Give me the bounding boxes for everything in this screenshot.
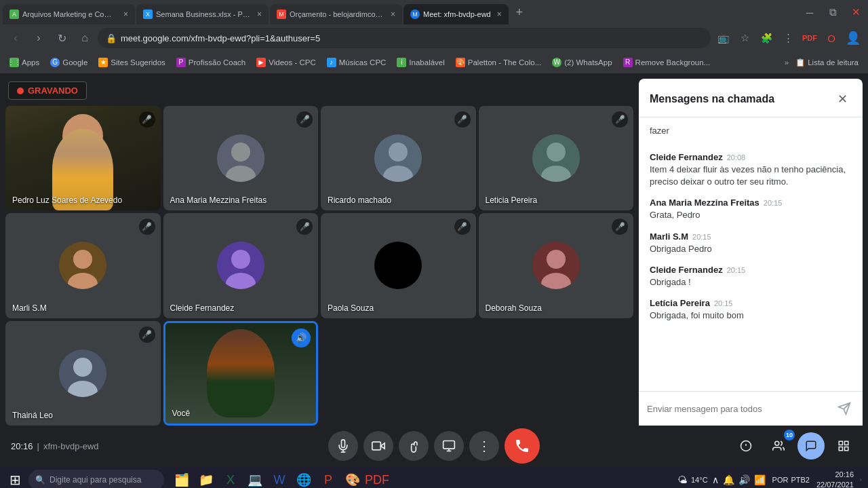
recording-label: GRAVANDO <box>28 86 78 96</box>
msg-author-1: Cleide Fernandez <box>650 152 723 162</box>
bookmark-google[interactable]: G Google <box>46 56 92 69</box>
present-button[interactable] <box>434 431 464 461</box>
msg-header-4: Cleide Fernandez 20:15 <box>650 265 852 275</box>
tile-avatar-leticia <box>532 134 580 182</box>
bookmark-star-icon[interactable]: ☆ <box>735 29 754 48</box>
chat-toggle-button[interactable] <box>797 432 825 459</box>
taskbar-pdf-icon[interactable]: PDF <box>366 469 388 488</box>
volume-icon[interactable]: 🔊 <box>737 473 751 487</box>
bookmark-videos[interactable]: ▶ Videos - CPC <box>252 56 319 69</box>
tab-close-2[interactable]: × <box>257 10 262 19</box>
tile-name-deborah: Deborah Souza <box>486 303 542 313</box>
tray-up-icon[interactable]: ∧ <box>711 473 720 487</box>
network-icon[interactable]: 📶 <box>753 473 767 487</box>
minimize-button[interactable]: ─ <box>800 3 819 22</box>
camera-button[interactable] <box>363 431 393 461</box>
svg-rect-35 <box>845 441 848 445</box>
controls-right: 10 <box>732 432 857 459</box>
show-desktop-button[interactable] <box>861 478 865 481</box>
taskbar-powerpoint-icon[interactable]: P <box>317 469 339 488</box>
opera-icon[interactable]: O <box>822 29 841 48</box>
msg-text-3: Obrigada Pedro <box>650 243 852 255</box>
back-button[interactable]: ‹ <box>5 28 26 48</box>
forward-button[interactable]: › <box>28 28 49 48</box>
tab-2[interactable]: X Semana Business.xlsx - Planilhas × <box>136 4 269 24</box>
taskbar-chrome-icon[interactable]: 🌐 <box>293 469 315 488</box>
mute-icon-ana: 🎤 <box>300 115 310 124</box>
chat-message-3: Marli S.M 20:15 Obrigada Pedro <box>650 231 852 255</box>
taskbar-code-icon[interactable]: 💻 <box>244 469 266 488</box>
bookmark-paletton[interactable]: 🎨 Paletton - The Colo... <box>452 56 545 69</box>
video-tile-ana: 🎤 Ana Maria Mezzina Freitas <box>163 106 319 210</box>
more-options-button[interactable]: ⋮ <box>469 431 499 461</box>
tab-favicon-1: A <box>9 10 19 19</box>
pdf-icon[interactable]: PDF <box>800 29 819 48</box>
voce-figure <box>207 329 275 417</box>
tile-mute-icon-thaina: 🎤 <box>139 326 155 343</box>
reading-list-icon: 📋 <box>795 58 805 67</box>
taskbar-word-icon[interactable]: W <box>269 469 290 488</box>
chat-input[interactable] <box>647 404 829 414</box>
chat-close-button[interactable]: ✕ <box>833 90 852 109</box>
bookmarks-bar: ⋮⋮ Apps G Google ★ Sites Sugeridos P Pro… <box>0 52 868 73</box>
tab-close-4[interactable]: × <box>497 10 502 19</box>
raise-hand-button[interactable] <box>399 431 429 461</box>
tab-1[interactable]: A Arquivos Marketing e Comercial × <box>3 4 135 24</box>
tab-close-1[interactable]: × <box>123 10 128 19</box>
chat-input-area[interactable] <box>639 391 863 426</box>
taskbar-files-icon[interactable]: 📁 <box>195 469 217 488</box>
start-button[interactable]: ⊞ <box>3 468 27 488</box>
tile-name-voce: Você <box>172 409 191 418</box>
maximize-button[interactable]: ⧉ <box>823 3 842 22</box>
browser-menu-icon[interactable]: ⋮ <box>778 29 797 48</box>
msg-text-4: Obrigada ! <box>650 276 852 288</box>
microphone-button[interactable] <box>328 431 358 461</box>
bookmark-paletton-icon: 🎨 <box>456 58 465 67</box>
kb-label: PTB2 <box>791 476 810 484</box>
chat-icon <box>805 440 817 452</box>
leticia-avatar-image <box>532 134 580 182</box>
taskbar-excel-icon[interactable]: X <box>220 469 241 488</box>
address-bar[interactable]: 🔒 meet.google.com/xfm-bvdp-ewd?pli=1&aut… <box>98 28 711 48</box>
profile-icon[interactable]: 👤 <box>844 29 863 48</box>
send-message-button[interactable] <box>834 398 854 419</box>
tile-mute-icon-ricardo: 🎤 <box>454 111 471 128</box>
video-grid-area: GRAVANDO 🎤 Pedro Luz Soares de Azevedo <box>0 73 639 426</box>
search-icon: 🔍 <box>35 475 45 485</box>
end-call-button[interactable] <box>505 428 540 464</box>
new-tab-button[interactable]: + <box>510 3 529 22</box>
speaking-indicator: 🔊 <box>292 329 311 348</box>
taskbar: ⊞ 🔍 Digite aqui para pesquisa 🗂️ 📁 X 💻 W… <box>0 466 868 488</box>
svg-point-1 <box>231 143 250 162</box>
meeting-code: xfm-bvdp-ewd <box>43 441 99 451</box>
notification-icon[interactable]: 🔔 <box>722 473 736 487</box>
close-window-button[interactable]: ✕ <box>846 3 865 22</box>
bookmark-inalavel[interactable]: i Inabalável <box>393 56 448 69</box>
system-clock[interactable]: 20:16 22/07/2021 <box>812 470 858 488</box>
taskbar-explorer-icon[interactable]: 🗂️ <box>171 469 193 488</box>
bookmark-remove-bg[interactable]: R Remove Backgroun... <box>619 56 715 69</box>
tile-name-pedro: Pedro Luz Soares de Azevedo <box>12 195 122 205</box>
msg-time-1: 20:08 <box>727 153 746 162</box>
tab-4[interactable]: M Meet: xfm-bvdp-ewd × <box>403 4 509 24</box>
tab-3[interactable]: M Orçamento - belojardimcondom... × <box>270 4 402 24</box>
bookmark-apps[interactable]: ⋮⋮ Apps <box>5 56 43 69</box>
video-tile-pedro: 🎤 Pedro Luz Soares de Azevedo <box>5 106 161 210</box>
tab-close-3[interactable]: × <box>391 10 395 19</box>
home-button[interactable]: ⌂ <box>75 28 95 48</box>
bookmark-coach[interactable]: P Profissão Coach <box>172 56 250 69</box>
extensions-icon[interactable]: 🧩 <box>757 29 776 48</box>
cast-icon[interactable]: 📺 <box>713 29 732 48</box>
more-bookmarks-button[interactable]: » <box>785 58 789 67</box>
bookmark-sites[interactable]: ★ Sites Sugeridos <box>94 56 170 69</box>
bookmark-musicas[interactable]: ♪ Músicas CPC <box>323 56 391 69</box>
taskbar-paint-icon[interactable]: 🎨 <box>342 469 363 488</box>
activities-button[interactable] <box>830 432 857 459</box>
taskbar-search[interactable]: 🔍 Digite aqui para pesquisa <box>28 470 164 488</box>
reading-list-button[interactable]: 📋 Lista de leitura <box>791 56 863 69</box>
weather-icon: 🌤 <box>676 473 688 487</box>
reload-button[interactable]: ↻ <box>52 28 72 48</box>
meeting-info-button[interactable] <box>732 432 760 459</box>
bookmark-whatsapp[interactable]: W (2) WhatsApp <box>548 56 616 69</box>
tile-avatar-deborah <box>532 242 580 289</box>
